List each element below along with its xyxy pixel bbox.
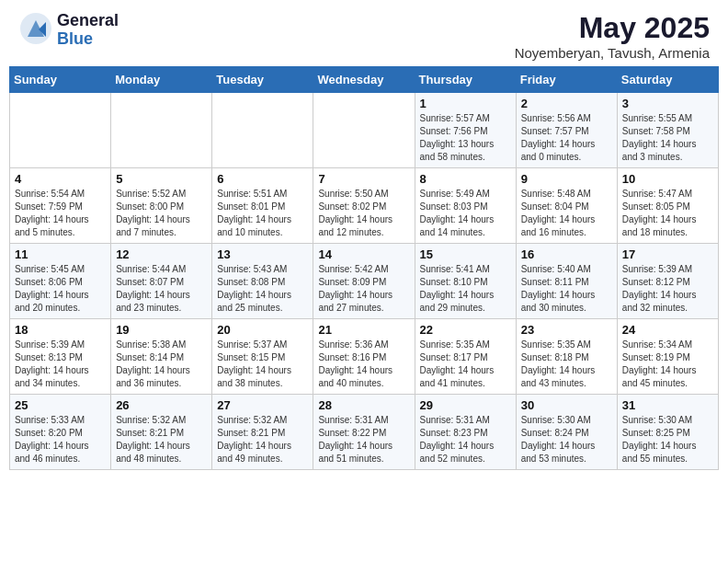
weekday-header-sunday: Sunday — [10, 67, 111, 93]
day-info: Sunrise: 5:55 AM Sunset: 7:58 PM Dayligh… — [622, 112, 713, 164]
day-cell: 5Sunrise: 5:52 AM Sunset: 8:00 PM Daylig… — [111, 168, 212, 244]
day-cell: 28Sunrise: 5:31 AM Sunset: 8:22 PM Dayli… — [313, 395, 415, 470]
day-info: Sunrise: 5:39 AM Sunset: 8:13 PM Dayligh… — [15, 339, 106, 390]
header: General Blue May 2025 Noyemberyan, Tavus… — [0, 0, 728, 66]
day-info: Sunrise: 5:32 AM Sunset: 8:21 PM Dayligh… — [116, 414, 207, 465]
day-info: Sunrise: 5:30 AM Sunset: 8:25 PM Dayligh… — [622, 414, 713, 465]
day-cell: 3Sunrise: 5:55 AM Sunset: 7:58 PM Daylig… — [617, 93, 718, 168]
day-number: 17 — [622, 247, 713, 261]
logo-blue-label: Blue — [57, 30, 119, 49]
day-cell: 13Sunrise: 5:43 AM Sunset: 8:08 PM Dayli… — [212, 244, 313, 319]
weekday-header-saturday: Saturday — [617, 67, 718, 93]
day-cell: 14Sunrise: 5:42 AM Sunset: 8:09 PM Dayli… — [313, 244, 415, 319]
week-row-4: 18Sunrise: 5:39 AM Sunset: 8:13 PM Dayli… — [10, 319, 719, 395]
day-cell: 11Sunrise: 5:45 AM Sunset: 8:06 PM Dayli… — [10, 244, 111, 319]
day-info: Sunrise: 5:52 AM Sunset: 8:00 PM Dayligh… — [116, 188, 207, 239]
day-number: 29 — [420, 398, 511, 412]
day-info: Sunrise: 5:51 AM Sunset: 8:01 PM Dayligh… — [217, 188, 308, 239]
weekday-header-tuesday: Tuesday — [212, 67, 313, 93]
day-cell: 24Sunrise: 5:34 AM Sunset: 8:19 PM Dayli… — [617, 319, 718, 395]
day-cell: 7Sunrise: 5:50 AM Sunset: 8:02 PM Daylig… — [313, 168, 415, 244]
day-cell: 8Sunrise: 5:49 AM Sunset: 8:03 PM Daylig… — [415, 168, 516, 244]
day-info: Sunrise: 5:45 AM Sunset: 8:06 PM Dayligh… — [15, 263, 106, 315]
subtitle: Noyemberyan, Tavush, Armenia — [515, 45, 710, 61]
day-number: 24 — [622, 323, 713, 337]
day-info: Sunrise: 5:47 AM Sunset: 8:05 PM Dayligh… — [622, 188, 713, 239]
week-row-5: 25Sunrise: 5:33 AM Sunset: 8:20 PM Dayli… — [10, 395, 719, 470]
day-cell: 6Sunrise: 5:51 AM Sunset: 8:01 PM Daylig… — [212, 168, 313, 244]
calendar-body: 1Sunrise: 5:57 AM Sunset: 7:56 PM Daylig… — [10, 93, 719, 470]
day-number: 3 — [622, 97, 713, 110]
day-number: 18 — [15, 323, 106, 337]
day-cell: 10Sunrise: 5:47 AM Sunset: 8:05 PM Dayli… — [617, 168, 718, 244]
day-number: 22 — [420, 323, 511, 337]
day-number: 1 — [420, 97, 511, 110]
day-info: Sunrise: 5:57 AM Sunset: 7:56 PM Dayligh… — [420, 112, 511, 164]
day-info: Sunrise: 5:35 AM Sunset: 8:17 PM Dayligh… — [420, 339, 511, 390]
day-number: 2 — [521, 97, 612, 110]
day-info: Sunrise: 5:41 AM Sunset: 8:10 PM Dayligh… — [420, 263, 511, 315]
day-number: 5 — [116, 172, 207, 186]
day-info: Sunrise: 5:31 AM Sunset: 8:22 PM Dayligh… — [318, 414, 409, 465]
day-cell: 29Sunrise: 5:31 AM Sunset: 8:23 PM Dayli… — [415, 395, 516, 470]
weekday-header-friday: Friday — [516, 67, 617, 93]
day-cell: 22Sunrise: 5:35 AM Sunset: 8:17 PM Dayli… — [415, 319, 516, 395]
day-cell — [111, 93, 212, 168]
day-info: Sunrise: 5:54 AM Sunset: 7:59 PM Dayligh… — [15, 188, 106, 239]
day-info: Sunrise: 5:30 AM Sunset: 8:24 PM Dayligh… — [521, 414, 612, 465]
day-number: 6 — [217, 172, 308, 186]
day-number: 31 — [622, 398, 713, 412]
weekday-header-wednesday: Wednesday — [313, 67, 415, 93]
day-cell: 12Sunrise: 5:44 AM Sunset: 8:07 PM Dayli… — [111, 244, 212, 319]
title-block: May 2025 Noyemberyan, Tavush, Armenia — [515, 11, 710, 61]
weekday-header-monday: Monday — [111, 67, 212, 93]
weekday-header-row: SundayMondayTuesdayWednesdayThursdayFrid… — [10, 67, 719, 93]
day-number: 10 — [622, 172, 713, 186]
day-info: Sunrise: 5:37 AM Sunset: 8:15 PM Dayligh… — [217, 339, 308, 390]
logo-icon — [18, 11, 53, 46]
day-info: Sunrise: 5:56 AM Sunset: 7:57 PM Dayligh… — [521, 112, 612, 164]
day-cell: 2Sunrise: 5:56 AM Sunset: 7:57 PM Daylig… — [516, 93, 617, 168]
day-number: 8 — [420, 172, 511, 186]
day-cell: 17Sunrise: 5:39 AM Sunset: 8:12 PM Dayli… — [617, 244, 718, 319]
day-cell: 31Sunrise: 5:30 AM Sunset: 8:25 PM Dayli… — [617, 395, 718, 470]
day-cell: 15Sunrise: 5:41 AM Sunset: 8:10 PM Dayli… — [415, 244, 516, 319]
logo: General Blue — [18, 11, 119, 50]
day-info: Sunrise: 5:31 AM Sunset: 8:23 PM Dayligh… — [420, 414, 511, 465]
day-number: 16 — [521, 247, 612, 261]
day-number: 15 — [420, 247, 511, 261]
day-number: 25 — [15, 398, 106, 412]
day-number: 14 — [318, 247, 409, 261]
day-info: Sunrise: 5:48 AM Sunset: 8:04 PM Dayligh… — [521, 188, 612, 239]
day-number: 4 — [15, 172, 106, 186]
day-info: Sunrise: 5:44 AM Sunset: 8:07 PM Dayligh… — [116, 263, 207, 315]
calendar-wrapper: SundayMondayTuesdayWednesdayThursdayFrid… — [0, 66, 728, 479]
day-info: Sunrise: 5:36 AM Sunset: 8:16 PM Dayligh… — [318, 339, 409, 390]
day-number: 12 — [116, 247, 207, 261]
day-cell — [313, 93, 415, 168]
day-cell: 9Sunrise: 5:48 AM Sunset: 8:04 PM Daylig… — [516, 168, 617, 244]
day-info: Sunrise: 5:32 AM Sunset: 8:21 PM Dayligh… — [217, 414, 308, 465]
main-title: May 2025 — [515, 11, 710, 45]
day-number: 26 — [116, 398, 207, 412]
day-cell: 30Sunrise: 5:30 AM Sunset: 8:24 PM Dayli… — [516, 395, 617, 470]
day-info: Sunrise: 5:33 AM Sunset: 8:20 PM Dayligh… — [15, 414, 106, 465]
calendar-table: SundayMondayTuesdayWednesdayThursdayFrid… — [9, 66, 719, 470]
day-number: 7 — [318, 172, 409, 186]
day-number: 11 — [15, 247, 106, 261]
day-cell: 27Sunrise: 5:32 AM Sunset: 8:21 PM Dayli… — [212, 395, 313, 470]
day-cell — [212, 93, 313, 168]
week-row-2: 4Sunrise: 5:54 AM Sunset: 7:59 PM Daylig… — [10, 168, 719, 244]
day-cell: 19Sunrise: 5:38 AM Sunset: 8:14 PM Dayli… — [111, 319, 212, 395]
day-info: Sunrise: 5:40 AM Sunset: 8:11 PM Dayligh… — [521, 263, 612, 315]
day-info: Sunrise: 5:49 AM Sunset: 8:03 PM Dayligh… — [420, 188, 511, 239]
day-number: 20 — [217, 323, 308, 337]
day-number: 21 — [318, 323, 409, 337]
day-info: Sunrise: 5:39 AM Sunset: 8:12 PM Dayligh… — [622, 263, 713, 315]
day-cell: 20Sunrise: 5:37 AM Sunset: 8:15 PM Dayli… — [212, 319, 313, 395]
week-row-1: 1Sunrise: 5:57 AM Sunset: 7:56 PM Daylig… — [10, 93, 719, 168]
day-cell — [10, 93, 111, 168]
day-number: 27 — [217, 398, 308, 412]
day-info: Sunrise: 5:35 AM Sunset: 8:18 PM Dayligh… — [521, 339, 612, 390]
day-number: 23 — [521, 323, 612, 337]
